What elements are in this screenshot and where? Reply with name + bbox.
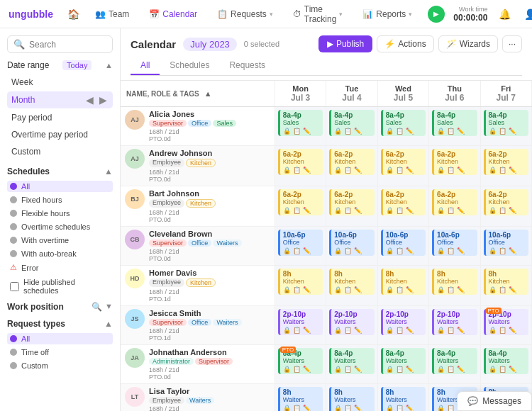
sidebar-item-month[interactable]: Month ◀ ▶ xyxy=(7,91,113,108)
sidebar-item-payperiod[interactable]: Pay period xyxy=(7,110,113,125)
shift-block[interactable]: 8h Kitchen 🔒 📋 ✏️ xyxy=(278,269,323,295)
tab-all[interactable]: All xyxy=(131,57,160,75)
shift-block[interactable]: 8h Kitchen 🔒 📋 ✏️ xyxy=(329,269,374,295)
sort-icon[interactable]: ▲ xyxy=(204,89,212,98)
shift-block[interactable]: 6a-2p Kitchen 🔒 📋 ✏️ xyxy=(329,149,374,175)
shift-block[interactable]: 8h Kitchen 🔒 📋 ✏️ xyxy=(484,269,528,295)
shift-cell[interactable]: 8a-4p Sales 🔒 📋 ✏️ xyxy=(429,107,480,146)
shift-cell[interactable]: PTO 2p-10p Waiters 🔒 📋 ✏️ xyxy=(480,306,531,345)
sched-with-overtime[interactable]: With overtime xyxy=(7,235,113,246)
nav-item-calendar[interactable]: 📅 Calendar xyxy=(145,6,201,22)
shift-cell[interactable]: 2p-10p Waiters 🔒 📋 ✏️ xyxy=(377,306,428,345)
shift-block[interactable]: 8a-4p Waiters 🔒 📋 ✏️ xyxy=(381,348,426,374)
shift-cell[interactable]: 6a-2p Kitchen 🔒 📋 ✏️ xyxy=(377,146,428,186)
nav-item-team[interactable]: 👥 Team xyxy=(91,6,133,22)
req-types-collapse-icon[interactable]: ▲ xyxy=(104,319,113,329)
shift-block[interactable]: 2p-10p Waiters 🔒 📋 ✏️ xyxy=(278,309,323,335)
today-badge[interactable]: Today xyxy=(62,60,92,70)
shift-cell[interactable]: 8h Kitchen 🔒 📋 ✏️ xyxy=(326,266,377,306)
messages-bar[interactable]: 💬 Messages xyxy=(457,391,532,411)
sidebar-item-custom[interactable]: Custom xyxy=(7,144,113,159)
search-box[interactable]: 🔍 xyxy=(7,35,113,53)
sched-autobreak[interactable]: With auto-break xyxy=(7,248,113,259)
nav-item-requests[interactable]: 📋 Requests ▾ xyxy=(213,6,277,22)
shift-cell[interactable]: 10a-6p Office 🔒 📋 ✏️ xyxy=(480,227,531,266)
shift-block[interactable]: 6a-2p Kitchen 🔒 📋 ✏️ xyxy=(484,149,528,175)
shift-cell[interactable]: 8h Waiters 🔒 📋 ✏️ xyxy=(377,384,428,412)
sched-all[interactable]: All xyxy=(7,181,113,192)
schedules-collapse-icon[interactable]: ▲ xyxy=(104,167,113,176)
sched-error[interactable]: ⚠ Error xyxy=(7,261,113,274)
hide-published-checkbox[interactable] xyxy=(10,282,19,291)
shift-block[interactable]: 6a-2p Kitchen 🔒 📋 ✏️ xyxy=(329,189,374,215)
shift-cell[interactable]: 6a-2p Kitchen 🔒 📋 ✏️ xyxy=(480,186,531,227)
month-next-icon[interactable]: ▶ xyxy=(98,94,109,106)
req-all[interactable]: All xyxy=(7,333,113,344)
sidebar-item-overtimepay[interactable]: Overtime pay period xyxy=(7,127,113,142)
shift-cell[interactable]: 8h Kitchen 🔒 📋 ✏️ xyxy=(377,266,428,306)
shift-block[interactable]: 6a-2p Kitchen 🔒 📋 ✏️ xyxy=(432,149,477,175)
chevron-up-icon[interactable]: ▲ xyxy=(105,61,113,69)
shift-cell[interactable]: 10a-6p Office 🔒 📋 ✏️ xyxy=(429,227,480,266)
shift-cell[interactable]: 8a-4p Waiters 🔒 📋 ✏️ xyxy=(377,345,428,384)
shift-cell[interactable]: 2p-10p Waiters 🔒 📋 ✏️ xyxy=(326,306,377,345)
shift-cell[interactable]: 6a-2p Kitchen 🔒 📋 ✏️ xyxy=(429,186,480,227)
shift-block[interactable]: 10a-6p Office 🔒 📋 ✏️ xyxy=(484,230,528,256)
shift-cell[interactable]: 10a-6p Office 🔒 📋 ✏️ xyxy=(326,227,377,266)
shift-cell[interactable]: 6a-2p Kitchen 🔒 📋 ✏️ xyxy=(275,146,326,186)
shift-block[interactable]: 6a-2p Kitchen 🔒 📋 ✏️ xyxy=(278,149,323,175)
shift-block[interactable]: 10a-6p Office 🔒 📋 ✏️ xyxy=(329,230,374,256)
shift-cell[interactable]: 8a-4p Waiters 🔒 📋 ✏️ xyxy=(480,345,531,384)
shift-cell[interactable]: 8a-4p Waiters 🔒 📋 ✏️ xyxy=(326,345,377,384)
req-timeoff[interactable]: Time off xyxy=(7,347,113,358)
shift-block[interactable]: 8a-4p Sales 🔒 📋 ✏️ xyxy=(484,110,528,136)
shift-block[interactable]: PTO 8a-4p Waiters 🔒 📋 ✏️ xyxy=(278,348,323,374)
publish-button[interactable]: ▶ Publish xyxy=(318,35,372,52)
play-button[interactable]: ▶ xyxy=(428,6,445,23)
shift-cell[interactable]: 6a-2p Kitchen 🔒 📋 ✏️ xyxy=(275,186,326,227)
shift-cell[interactable]: 10a-6p Office 🔒 📋 ✏️ xyxy=(275,227,326,266)
sched-overtime[interactable]: Overtime schedules xyxy=(7,221,113,232)
nav-item-reports[interactable]: 📊 Reports ▾ xyxy=(358,6,416,22)
shift-block[interactable]: 2p-10p Waiters 🔒 📋 ✏️ xyxy=(381,309,426,335)
search-work-pos-icon[interactable]: 🔍 xyxy=(92,302,102,312)
shift-block[interactable]: 8a-4p Sales 🔒 📋 ✏️ xyxy=(278,110,323,136)
shift-block[interactable]: 8h Kitchen 🔒 📋 ✏️ xyxy=(432,269,477,295)
shift-cell[interactable]: 8h Waiters 🔒 📋 ✏️ xyxy=(326,384,377,412)
nav-item-timetracking[interactable]: ⏱ Time Tracking ▾ xyxy=(289,1,348,27)
tab-schedules[interactable]: Schedules xyxy=(160,57,219,75)
shift-cell[interactable]: 10a-6p Office 🔒 📋 ✏️ xyxy=(377,227,428,266)
shift-cell[interactable]: 8a-4p Waiters 🔒 📋 ✏️ xyxy=(429,345,480,384)
shift-block[interactable]: 6a-2p Kitchen 🔒 📋 ✏️ xyxy=(278,189,323,215)
sched-flexible[interactable]: Flexible hours xyxy=(7,208,113,219)
shift-block[interactable]: 8a-4p Sales 🔒 📋 ✏️ xyxy=(329,110,374,136)
month-badge[interactable]: July 2023 xyxy=(183,38,237,51)
sched-fixed[interactable]: Fixed hours xyxy=(7,194,113,206)
month-prev-icon[interactable]: ◀ xyxy=(84,94,95,106)
shift-cell[interactable]: 6a-2p Kitchen 🔒 📋 ✏️ xyxy=(429,146,480,186)
shift-block[interactable]: 6a-2p Kitchen 🔒 📋 ✏️ xyxy=(381,189,426,215)
user-icon[interactable]: 👤 xyxy=(521,6,532,23)
home-icon[interactable]: 🏠 xyxy=(67,6,79,23)
shift-cell[interactable]: 8a-4p Sales 🔒 📋 ✏️ xyxy=(275,107,326,146)
shift-block[interactable]: 10a-6p Office 🔒 📋 ✏️ xyxy=(381,230,426,256)
shift-block[interactable]: 8a-4p Sales 🔒 📋 ✏️ xyxy=(381,110,426,136)
search-input[interactable] xyxy=(29,40,106,50)
shift-cell[interactable]: 8a-4p Sales 🔒 📋 ✏️ xyxy=(480,107,531,146)
wizards-button[interactable]: 🪄 Wizards xyxy=(438,35,498,52)
shift-cell[interactable]: 6a-2p Kitchen 🔒 📋 ✏️ xyxy=(377,186,428,227)
shift-block[interactable]: 8a-4p Waiters 🔒 📋 ✏️ xyxy=(432,348,477,374)
shift-block[interactable]: 2p-10p Waiters 🔒 📋 ✏️ xyxy=(329,309,374,335)
shift-block[interactable]: 8h Waiters 🔒 📋 ✏️ xyxy=(381,387,426,411)
notifications-icon[interactable]: 🔔 xyxy=(496,6,513,23)
shift-block[interactable]: 8h Waiters 🔒 📋 ✏️ xyxy=(278,387,323,411)
shift-block[interactable]: 10a-6p Office 🔒 📋 ✏️ xyxy=(432,230,477,256)
shift-cell[interactable]: 8h Waiters 🔒 📋 ✏️ xyxy=(275,384,326,412)
more-button[interactable]: ··· xyxy=(502,35,522,52)
shift-cell[interactable]: 2p-10p Waiters 🔒 📋 ✏️ xyxy=(429,306,480,345)
shift-block[interactable]: 8a-4p Sales 🔒 📋 ✏️ xyxy=(432,110,477,136)
shift-block[interactable]: 6a-2p Kitchen 🔒 📋 ✏️ xyxy=(432,189,477,215)
shift-block[interactable]: PTO 2p-10p Waiters 🔒 📋 ✏️ xyxy=(484,309,528,335)
shift-block[interactable]: 2p-10p Waiters 🔒 📋 ✏️ xyxy=(432,309,477,335)
shift-cell[interactable]: 2p-10p Waiters 🔒 📋 ✏️ xyxy=(275,306,326,345)
